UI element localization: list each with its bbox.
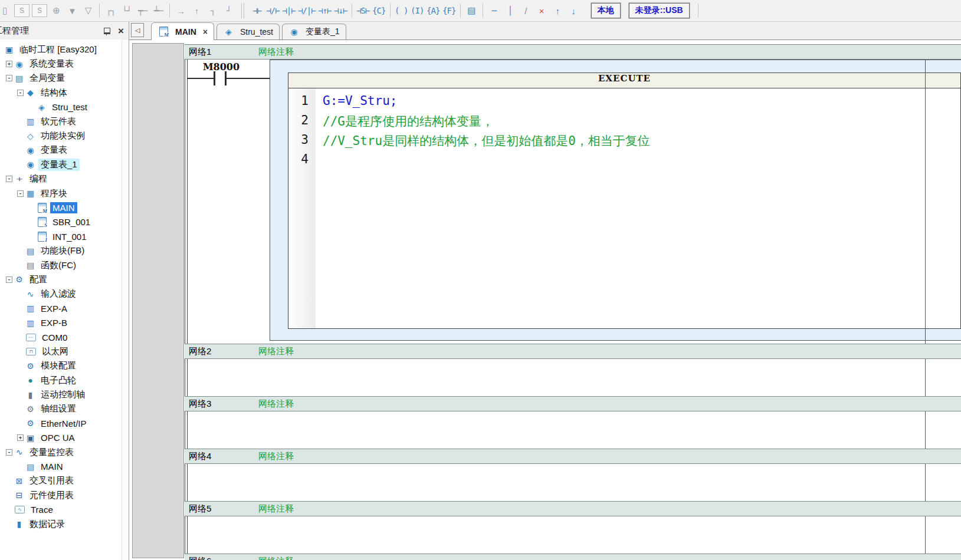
branch-above-icon[interactable]: ┯─	[135, 3, 150, 18]
tree-item-运动控制轴[interactable]: ▮运动控制轴	[0, 387, 129, 401]
contact-parallel-no-icon[interactable]: ⊣|⊢	[281, 3, 297, 18]
output-coil-icon[interactable]: ( )	[393, 3, 409, 18]
tree-item-INT_001[interactable]: IINT_001	[0, 229, 129, 243]
tree-item-EXP-B[interactable]: ▥EXP-B	[0, 315, 129, 330]
collapse-icon[interactable]: -	[6, 176, 12, 182]
network-body-3[interactable]	[185, 411, 961, 449]
network-header-2[interactable]: 网络2网络注释	[185, 344, 961, 359]
tree-item-EtherNet/IP[interactable]: ⚙EtherNet/IP	[0, 416, 129, 430]
no-contact-icon[interactable]	[225, 71, 227, 85]
special-instruction-icon[interactable]: {F}	[441, 3, 457, 18]
function-block-icon[interactable]: ▤	[464, 3, 480, 18]
tab-Stru_test[interactable]: ◈Stru_test	[217, 24, 280, 39]
close-icon[interactable]: ×	[118, 26, 124, 36]
tree-item-配置[interactable]: -⚙配置	[0, 272, 129, 286]
delete-vertical-line-icon[interactable]: ×	[534, 3, 550, 18]
expand-icon[interactable]: +	[6, 61, 12, 67]
tree-item-SBR_001[interactable]: SSBR_001	[0, 215, 129, 229]
st-code-area[interactable]: 1G:=V_Stru;2//G是程序使用的结构体变量，3//V_Stru是同样的…	[288, 88, 961, 329]
collapse-icon[interactable]: -	[17, 90, 24, 96]
delete-line-icon[interactable]: /	[518, 3, 534, 18]
set-coil-icon[interactable]: S	[14, 4, 29, 17]
network-header-3[interactable]: 网络3网络注释	[185, 396, 961, 411]
network-body-4[interactable]	[185, 464, 961, 501]
tree-item-变量监控表[interactable]: -∿变量监控表	[0, 445, 129, 459]
tree-item-变量表[interactable]: ◉变量表	[0, 143, 129, 157]
tree-scrollbar[interactable]	[122, 39, 129, 560]
vertical-line-icon[interactable]: │	[502, 3, 518, 18]
contact-set-icon[interactable]: ⊣S⊢	[355, 3, 371, 18]
tree-item-以太网[interactable]: ⊓以太网	[0, 344, 129, 358]
login-status-button[interactable]: 未登录::USB	[629, 3, 690, 18]
branch-start-icon[interactable]: ┌┐	[103, 3, 119, 18]
tree-item-OPC UA[interactable]: +▣OPC UA	[0, 431, 129, 445]
tree-item-模块配置[interactable]: ⚙模块配置	[0, 359, 129, 373]
partial-cut-icon[interactable]: ▯	[0, 3, 13, 18]
tree-item-系统变量表[interactable]: +◉系统变量表	[0, 57, 129, 71]
draw-line-up-icon[interactable]: ↑	[189, 3, 205, 18]
tab-close-icon[interactable]: ×	[203, 27, 208, 37]
network-body-2[interactable]	[185, 359, 961, 396]
tree-item-程序块[interactable]: -▦程序块	[0, 186, 129, 200]
collapse-icon[interactable]: -	[6, 75, 12, 81]
contact-rising-icon[interactable]: ⊣↑⊢	[317, 3, 333, 18]
network-body-1[interactable]: M8000EXECUTE1G:=V_Stru;2//G是程序使用的结构体变量，3…	[185, 60, 961, 344]
network-header-5[interactable]: 网络5网络注释	[185, 501, 961, 516]
move-up-icon[interactable]: ↑	[550, 3, 566, 18]
draw-corner-up-icon[interactable]: ┘	[221, 3, 237, 18]
tree-item-元件使用表[interactable]: ⊟元件使用表	[0, 488, 129, 502]
delete-row-icon[interactable]: ▽	[80, 3, 96, 18]
tree-item-交叉引用表[interactable]: ⊠交叉引用表	[0, 474, 129, 488]
contact-nc-icon[interactable]: ⊣/⊢	[265, 3, 281, 18]
expand-icon[interactable]: +	[17, 434, 24, 441]
network-header-1[interactable]: 网络1网络注释	[185, 44, 961, 60]
tree-item-输入滤波[interactable]: ∿输入滤波	[0, 287, 129, 301]
tree-item-函数(FC)[interactable]: ▤函数(FC)	[0, 258, 129, 272]
network-body-5[interactable]	[185, 516, 961, 554]
tree-item-MAIN[interactable]: ▤MAIN	[0, 459, 129, 473]
collapse-icon[interactable]: -	[6, 276, 12, 283]
move-down-icon[interactable]: ↓	[566, 3, 582, 18]
insert-row-icon[interactable]: ▼	[64, 3, 80, 18]
local-mode-button[interactable]: 本地	[591, 3, 621, 18]
application-instruction-icon[interactable]: {A}	[425, 3, 441, 18]
compare-contact-icon[interactable]: {C}	[371, 3, 387, 18]
tree-item-功能块(FB)[interactable]: ▤功能块(FB)	[0, 243, 129, 258]
tab-变量表_1[interactable]: ◉变量表_1	[282, 24, 346, 39]
draw-line-right-icon[interactable]: →	[173, 3, 189, 18]
collapse-icon[interactable]: -	[17, 190, 24, 197]
tree-item-COM0[interactable]: ⋯COM0	[0, 330, 129, 344]
tab-scroll-left-button[interactable]: ◁	[131, 23, 144, 37]
contact-parallel-nc-icon[interactable]: ⊣/|⊢	[297, 3, 317, 18]
draw-corner-down-icon[interactable]: ┐	[205, 3, 221, 18]
tree-item-电子凸轮[interactable]: ●电子凸轮	[0, 373, 129, 387]
contact-falling-icon[interactable]: ⊣↓⊢	[333, 3, 349, 18]
tree-item-Trace[interactable]: ∿Trace	[0, 503, 129, 517]
horizontal-line-icon[interactable]: ─	[486, 3, 502, 18]
inverted-coil-icon[interactable]: (I)	[409, 3, 425, 18]
tree-item-功能块实例[interactable]: ◇功能块实例	[0, 129, 129, 143]
execute-block-area[interactable]: EXECUTE1G:=V_Stru;2//G是程序使用的结构体变量，3//V_S…	[270, 60, 961, 341]
tree-item-轴组设置[interactable]: ⚙轴组设置	[0, 402, 129, 416]
reset-coil-icon[interactable]: S	[32, 4, 47, 17]
insert-node-icon[interactable]: ⊕	[48, 3, 64, 18]
contact-no-icon[interactable]: ⊣⊢	[249, 3, 265, 18]
branch-end-icon[interactable]: └┘	[119, 3, 135, 18]
tree-item-软元件表[interactable]: ▥软元件表	[0, 114, 129, 129]
tree-item-临时工程 [Easy320][interactable]: ▣临时工程 [Easy320]	[0, 42, 129, 57]
tree-item-数据记录[interactable]: ▮数据记录	[0, 517, 129, 531]
tree-item-EXP-A[interactable]: ▥EXP-A	[0, 301, 129, 315]
tree-item-MAIN[interactable]: MMAIN	[0, 200, 129, 215]
tab-MAIN[interactable]: MMAIN×	[151, 22, 214, 40]
branch-below-icon[interactable]: ┷─	[150, 3, 166, 18]
tree-item-变量表_1[interactable]: ◉变量表_1	[0, 157, 129, 172]
tree-item-全局变量[interactable]: -▤全局变量	[0, 71, 129, 85]
collapse-icon[interactable]: -	[6, 449, 12, 456]
tree-item-编程[interactable]: -⊣⊢编程	[0, 172, 129, 186]
tree-item-结构体[interactable]: -◆结构体	[0, 85, 129, 100]
network-header-4[interactable]: 网络4网络注释	[185, 449, 961, 464]
tree-item-Stru_test[interactable]: ◈Stru_test	[0, 100, 129, 114]
no-contact-icon[interactable]	[214, 71, 215, 85]
pin-icon[interactable]	[104, 28, 110, 34]
network-header-6[interactable]: 网络6网络注释	[185, 554, 961, 560]
